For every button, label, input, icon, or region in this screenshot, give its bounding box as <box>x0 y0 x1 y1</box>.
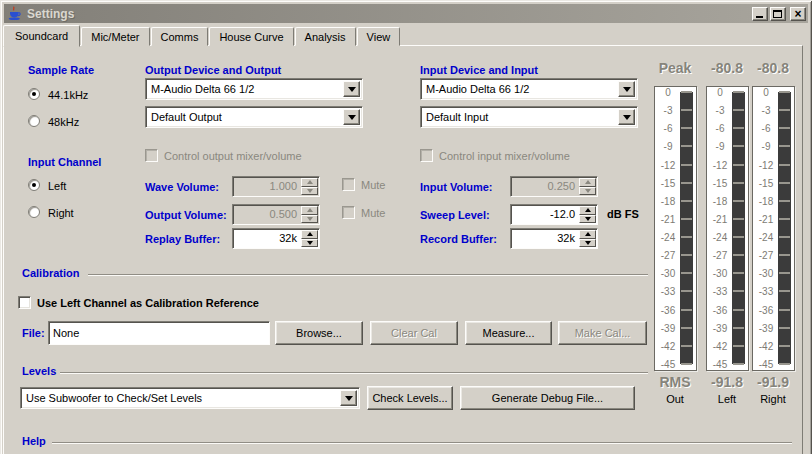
tab-analysis[interactable]: Analysis <box>295 27 356 46</box>
chevron-down-icon[interactable] <box>343 109 360 125</box>
arrow-up-icon[interactable] <box>579 230 596 239</box>
replay-buffer-label: Replay Buffer: <box>145 233 220 245</box>
input-value: Default Input <box>426 111 488 123</box>
output-volume-spinner: 0.500 <box>232 204 320 225</box>
meter-scale-label: -27 <box>754 250 778 261</box>
sample-rate-48-radio[interactable] <box>28 115 40 127</box>
calibration-file-field[interactable]: None <box>48 321 270 345</box>
meter-tick <box>779 164 790 166</box>
meter-scale-label: -12 <box>656 159 680 170</box>
sweep-unit-label: dB FS <box>607 208 639 220</box>
sample-rate-44-radio[interactable] <box>28 88 40 100</box>
meter-scale-label: -42 <box>754 340 778 351</box>
input-channel-right-radio[interactable] <box>28 206 40 218</box>
generate-debug-file-button[interactable]: Generate Debug File... <box>460 386 635 410</box>
wave-volume-label: Wave Volume: <box>145 181 219 193</box>
chevron-down-icon[interactable] <box>618 81 635 97</box>
close-button[interactable] <box>790 7 806 21</box>
meter-scale-label: -36 <box>708 304 732 315</box>
output-mute-checkbox <box>342 206 355 219</box>
meter-scale-label: -15 <box>656 177 680 188</box>
meter-scale-label: -27 <box>708 250 732 261</box>
meter-scale-label: -18 <box>656 195 680 206</box>
chevron-down-icon[interactable] <box>618 109 635 125</box>
record-buffer-spinner[interactable]: 32k <box>510 228 598 249</box>
meter-tick <box>681 254 692 256</box>
minimize-button[interactable] <box>752 7 768 21</box>
output-device-select[interactable]: M-Audio Delta 66 1/2 <box>145 78 363 100</box>
meter-tick <box>779 290 790 292</box>
tab-comms[interactable]: Comms <box>151 27 209 46</box>
tab-view[interactable]: View <box>357 27 401 46</box>
meter-tick <box>681 164 692 166</box>
sample-rate-44-label[interactable]: 44.1kHz <box>48 89 88 101</box>
meter-scale-label: -33 <box>754 286 778 297</box>
use-left-channel-label[interactable]: Use Left Channel as Calibration Referenc… <box>37 297 259 309</box>
arrow-up-icon[interactable] <box>579 206 596 215</box>
meter-peak-value: Peak <box>645 60 705 76</box>
input-channel-left-label[interactable]: Left <box>48 180 66 192</box>
clear-cal-button: Clear Cal <box>370 321 458 345</box>
input-device-label: Input Device and Input <box>420 64 538 76</box>
arrow-down-icon <box>301 187 318 196</box>
meter-scale-label: -15 <box>708 177 732 188</box>
help-section-title: Help <box>22 435 46 447</box>
record-buffer-label: Record Buffer: <box>420 233 497 245</box>
arrow-down-icon[interactable] <box>301 239 318 248</box>
chevron-down-icon[interactable] <box>343 81 360 97</box>
meter-bar <box>732 92 745 364</box>
meter-scale: 0-3-6-9-12-15-18-21-24-27-30-33-36-39-42… <box>656 92 680 364</box>
input-device-select[interactable]: M-Audio Delta 66 1/2 <box>420 78 638 100</box>
levels-mode-select[interactable]: Use Subwoofer to Check/Set Levels <box>20 387 360 409</box>
replay-buffer-spinner[interactable]: 32k <box>232 228 320 249</box>
meter-scale-label: -24 <box>708 232 732 243</box>
meter-scale-label: -36 <box>656 304 680 315</box>
meter-tick <box>779 236 790 238</box>
maximize-button[interactable] <box>770 7 786 21</box>
meter-scale-label: -18 <box>754 195 778 206</box>
output-select[interactable]: Default Output <box>145 106 363 128</box>
meter-tick <box>681 127 692 129</box>
meter-tick <box>681 363 692 365</box>
input-channel-left-radio[interactable] <box>28 179 40 191</box>
meter-tick <box>779 200 790 202</box>
meter-tick <box>733 182 744 184</box>
meter-scale-label: -39 <box>708 322 732 333</box>
arrow-down-icon[interactable] <box>579 215 596 224</box>
check-levels-button[interactable]: Check Levels... <box>367 386 453 410</box>
meter-scale-label: -6 <box>708 123 732 134</box>
tab-house-curve[interactable]: House Curve <box>209 27 293 46</box>
meter-scale-label: -39 <box>754 322 778 333</box>
arrow-up-icon[interactable] <box>301 230 318 239</box>
tab-mic-meter[interactable]: Mic/Meter <box>81 27 149 46</box>
titlebar[interactable]: Settings <box>4 4 808 23</box>
input-channel-right-label[interactable]: Right <box>48 207 74 219</box>
browse-button[interactable]: Browse... <box>275 321 363 345</box>
sample-rate-48-label[interactable]: 48kHz <box>48 116 79 128</box>
record-buffer-value: 32k <box>557 232 575 244</box>
chevron-down-icon[interactable] <box>340 390 357 406</box>
sweep-level-spinner[interactable]: -12.0 <box>510 204 598 225</box>
meter-tick <box>779 272 790 274</box>
meter-scale-label: -21 <box>754 213 778 224</box>
meter-tick <box>681 91 692 93</box>
meter-scale: 0-3-6-9-12-15-18-21-24-27-30-33-36-39-42… <box>754 92 778 364</box>
input-select[interactable]: Default Input <box>420 106 638 128</box>
meter-bar <box>778 92 791 364</box>
use-left-channel-checkbox[interactable] <box>18 296 31 309</box>
tab-soundcard[interactable]: Soundcard <box>3 25 80 47</box>
arrow-down-icon[interactable] <box>579 239 596 248</box>
help-separator <box>52 442 792 444</box>
meter-scale-label: -33 <box>708 286 732 297</box>
meter-scale-label: -12 <box>708 159 732 170</box>
minimize-icon <box>756 16 763 18</box>
window-controls <box>752 7 806 21</box>
meter-scale-label: -30 <box>708 268 732 279</box>
measure-button[interactable]: Measure... <box>465 321 552 345</box>
meter-scale-label: -42 <box>656 340 680 351</box>
meter-tick <box>779 254 790 256</box>
meter-tick <box>681 236 692 238</box>
meter-channel-label: Out <box>645 393 705 405</box>
wave-mute-label: Mute <box>361 179 385 191</box>
level-meter: 0-3-6-9-12-15-18-21-24-27-30-33-36-39-42… <box>706 86 749 371</box>
